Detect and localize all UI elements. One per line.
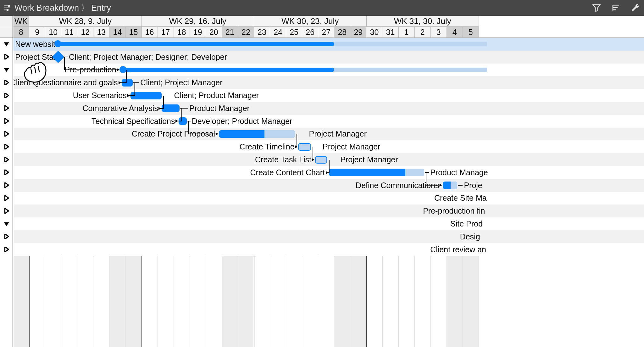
task-label: Technical Specifications — [92, 115, 175, 128]
outline-gutter — [0, 16, 13, 347]
day-header-cell: 11 — [61, 27, 77, 38]
wrench-icon — [631, 3, 640, 13]
summary-bar-remaining[interactable] — [334, 68, 487, 72]
task-resources: Product Manager — [189, 102, 250, 115]
breadcrumb-root[interactable]: Work Breakdown — [14, 3, 79, 13]
svg-marker-17 — [5, 182, 8, 188]
outline-toggle[interactable] — [0, 115, 13, 128]
week-header-cell: WK 29, 16. July — [142, 16, 254, 27]
outline-toggle[interactable] — [0, 102, 13, 115]
outline-toggle[interactable] — [0, 153, 13, 166]
gantt-row[interactable] — [13, 230, 644, 243]
task-resources: Create Site Ma — [434, 192, 487, 205]
gantt-row[interactable] — [13, 192, 644, 205]
day-header-cell: 9 — [29, 27, 45, 38]
task-label: Project Start — [15, 51, 58, 64]
task-bar-remaining[interactable] — [264, 130, 295, 138]
day-header-cell: 20 — [206, 27, 222, 38]
task-label: Create Task List — [255, 153, 311, 166]
outline-toggle[interactable] — [0, 89, 13, 102]
task-resources: Client review an — [430, 243, 486, 256]
gantt-row[interactable] — [13, 243, 644, 256]
svg-marker-8 — [4, 68, 9, 72]
task-resources: Developer; Product Manager — [192, 115, 292, 128]
task-resources: Project Manager — [309, 128, 367, 141]
outline-icon — [611, 3, 621, 13]
summary-bar-remaining[interactable] — [334, 42, 487, 46]
svg-marker-12 — [5, 118, 8, 124]
filter-button[interactable] — [591, 3, 602, 13]
task-resources: Client; Product Manager — [174, 89, 259, 102]
outline-toggle[interactable] — [0, 192, 13, 205]
settings-button[interactable] — [630, 3, 641, 13]
task-label: Pre-production — [65, 64, 116, 76]
svg-marker-7 — [5, 54, 8, 59]
task-bar[interactable] — [122, 79, 133, 87]
day-header-cell: 21 — [222, 27, 238, 38]
day-header-cell: 5 — [463, 27, 479, 38]
outline-toggle[interactable] — [0, 140, 13, 153]
task-resources: Client; Project Manager — [140, 76, 222, 89]
outline-toggle[interactable] — [0, 38, 13, 51]
day-header-cell: 17 — [158, 27, 174, 38]
task-bar[interactable] — [130, 92, 162, 99]
day-header-cell: 28 — [334, 27, 350, 38]
outline-toggle[interactable] — [0, 243, 13, 256]
svg-marker-22 — [5, 247, 8, 252]
task-bar-remaining[interactable] — [451, 182, 457, 189]
gantt-body[interactable]: New websiteProject StartClient; Project … — [13, 38, 644, 347]
task-bar[interactable] — [162, 104, 179, 112]
chevron-right-icon: 〉 — [81, 2, 89, 14]
day-header-cell: 30 — [366, 27, 382, 38]
day-header-cell: 22 — [238, 27, 254, 38]
outline-toggle[interactable] — [0, 179, 13, 192]
breadcrumb-leaf[interactable]: Entry — [91, 3, 111, 13]
task-resources: Project Manager — [323, 140, 380, 153]
summary-bar[interactable] — [55, 42, 335, 46]
task-bar-remaining[interactable] — [405, 169, 425, 176]
outline-toggle[interactable] — [0, 128, 13, 141]
svg-marker-16 — [5, 170, 8, 175]
task-label: User Scenarios — [73, 89, 127, 102]
task-label: Define Communications — [356, 179, 439, 192]
svg-marker-13 — [5, 131, 8, 137]
outline-toggle[interactable] — [0, 64, 13, 76]
svg-point-0 — [8, 5, 9, 6]
outline-toggle[interactable] — [0, 76, 13, 89]
day-header-cell: 3 — [431, 27, 447, 38]
svg-marker-11 — [5, 105, 8, 111]
task-resources: Site Prod — [450, 217, 483, 230]
task-bar[interactable] — [298, 143, 311, 151]
gantt-row[interactable] — [13, 153, 644, 166]
summary-bar[interactable] — [120, 68, 335, 72]
outline-toggle[interactable] — [0, 204, 13, 217]
svg-marker-18 — [5, 195, 8, 201]
outline-toggle[interactable] — [0, 230, 13, 243]
week-header-cell: WK 28, 9. July — [29, 16, 142, 27]
gantt-panel[interactable]: WKWK 28, 9. JulyWK 29, 16. JulyWK 30, 23… — [13, 16, 644, 347]
app-icon — [3, 4, 11, 12]
task-bar[interactable] — [315, 156, 327, 164]
task-resources: Product Manage — [430, 166, 488, 179]
svg-marker-20 — [4, 222, 9, 226]
outline-view-button[interactable] — [611, 3, 621, 13]
task-bar[interactable] — [179, 117, 187, 125]
outline-toggle[interactable] — [0, 166, 13, 179]
outline-toggle[interactable] — [0, 217, 13, 230]
svg-marker-15 — [5, 157, 8, 162]
gantt-row[interactable] — [13, 204, 644, 217]
day-header-cell: 31 — [382, 27, 398, 38]
gantt-row[interactable] — [13, 179, 644, 192]
task-resources: Project Manager — [340, 153, 398, 166]
task-label: Create Content Chart — [250, 166, 325, 179]
outline-header — [0, 16, 13, 38]
week-header-cell: WK — [13, 16, 29, 27]
svg-point-1 — [7, 9, 8, 10]
task-label: Comparative Analysis — [82, 102, 158, 115]
day-header-cell: 10 — [45, 27, 61, 38]
day-header-cell: 4 — [447, 27, 463, 38]
svg-marker-6 — [4, 42, 9, 46]
gantt-row[interactable] — [13, 217, 644, 230]
outline-toggle[interactable] — [0, 51, 13, 64]
day-header-cell: 18 — [174, 27, 190, 38]
